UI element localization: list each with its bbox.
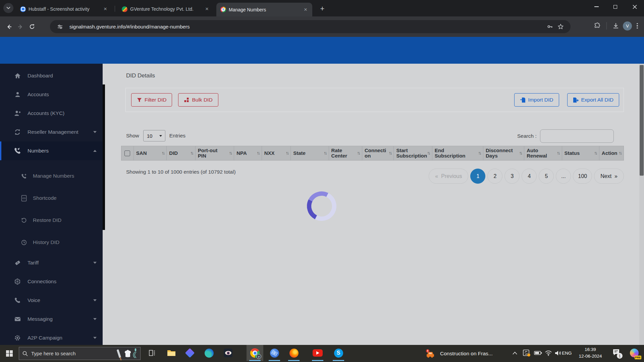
previous-page-button[interactable]: «Previous xyxy=(429,169,468,184)
taskbar-clock[interactable]: 16:39 12-06-2024 xyxy=(574,345,606,361)
language-indicator[interactable]: ENG xyxy=(559,345,574,361)
photo-app-icon[interactable] xyxy=(220,345,236,361)
sidebar-item-a2p-campaign[interactable]: A2P Campaign xyxy=(0,328,103,347)
taskbar-news-widget[interactable]: Construction on Fras... xyxy=(425,345,493,362)
column-header-nxx[interactable]: NXX↑↓ xyxy=(262,146,291,160)
column-header-npa[interactable]: NPA↑↓ xyxy=(234,146,262,160)
password-key-icon[interactable] xyxy=(544,21,555,32)
tab-search-button[interactable] xyxy=(3,3,13,13)
column-header-status[interactable]: Status↑↓ xyxy=(562,146,599,160)
export-all-did-button[interactable]: Export All DID xyxy=(567,93,619,107)
sort-icon[interactable]: ↑↓ xyxy=(357,151,360,156)
browser-menu-icon[interactable] xyxy=(633,20,641,32)
content-scrollbar-thumb[interactable] xyxy=(640,65,644,176)
sidebar-item-history-did[interactable]: History DID xyxy=(0,231,103,253)
sort-icon[interactable]: ↑↓ xyxy=(427,151,430,156)
tab-hubstaff[interactable]: Hubstaff - Screenshot activity × xyxy=(16,3,112,15)
page-button-4[interactable]: 4 xyxy=(522,169,537,184)
column-header-did[interactable]: DID↑↓ xyxy=(167,146,196,160)
import-did-button[interactable]: Import DID xyxy=(514,93,559,107)
tab-close-icon[interactable]: × xyxy=(302,6,309,13)
column-header-portout-pin[interactable]: Port-out PIN↑↓ xyxy=(196,146,234,160)
sort-icon[interactable]: ↑↓ xyxy=(324,151,326,156)
search-input[interactable] xyxy=(540,129,614,143)
movies-app-icon[interactable] xyxy=(181,345,198,361)
edge-icon[interactable] xyxy=(201,345,217,361)
column-header-state[interactable]: State↑↓ xyxy=(291,146,329,160)
column-header-start-subscription[interactable]: Start Subscription↑↓ xyxy=(394,146,432,160)
page-button-1[interactable]: 1 xyxy=(470,169,485,184)
sort-icon[interactable]: ↑↓ xyxy=(286,151,288,156)
sort-icon[interactable]: ↑↓ xyxy=(478,151,481,156)
sidebar-item-connections[interactable]: Connections xyxy=(0,272,103,291)
page-size-select[interactable]: 10 xyxy=(143,130,165,141)
sort-icon[interactable]: ↑↓ xyxy=(519,151,522,156)
page-button-2[interactable]: 2 xyxy=(487,169,502,184)
sidebar-item-shortcode[interactable]: Shortcode xyxy=(0,187,103,209)
window-maximize-button[interactable] xyxy=(606,0,624,13)
sidebar-item-numbers[interactable]: Numbers xyxy=(0,141,103,160)
tab-close-icon[interactable]: × xyxy=(204,6,210,12)
bulk-did-button[interactable]: Bulk DID xyxy=(178,93,218,107)
select-all-checkbox[interactable] xyxy=(124,150,130,156)
window-close-button[interactable] xyxy=(626,0,643,13)
sort-icon[interactable]: ↑↓ xyxy=(557,151,559,156)
sidebar-item-accounts[interactable]: Accounts xyxy=(0,85,103,104)
forward-button[interactable] xyxy=(15,21,26,33)
sidebar-item-restore-did[interactable]: Restore DID xyxy=(0,209,103,231)
taskbar-search-box[interactable]: Type here to search xyxy=(19,347,141,360)
start-button[interactable] xyxy=(0,345,19,362)
downloads-icon[interactable] xyxy=(610,20,622,32)
sidebar-item-messaging[interactable]: Messaging xyxy=(0,310,103,328)
column-header-action[interactable]: Action↑↓ xyxy=(599,146,624,160)
firefox-icon[interactable] xyxy=(285,345,302,361)
column-header-disconnect-days[interactable]: Disconnect Days↑↓ xyxy=(483,146,524,160)
filter-did-button[interactable]: Filter DID xyxy=(131,93,172,107)
tab-manage-numbers[interactable]: S Manage Numbers × xyxy=(216,3,312,16)
page-button-100[interactable]: 100 xyxy=(573,169,592,184)
sort-icon[interactable]: ↑↓ xyxy=(619,151,622,156)
sidebar-item-voice[interactable]: Voice xyxy=(0,291,103,310)
window-minimize-button[interactable] xyxy=(588,0,605,13)
sidebar-scrollbar[interactable] xyxy=(103,84,105,230)
sort-icon[interactable]: ↑↓ xyxy=(389,151,391,156)
tab-gventure[interactable]: GVenture Technology Pvt. Ltd. × xyxy=(118,3,214,15)
bookmark-star-icon[interactable] xyxy=(555,21,566,32)
column-header-san[interactable]: SAN↑↓ xyxy=(134,146,167,160)
sidebar-item-accounts-kyc[interactable]: Accounts (KYC) xyxy=(0,104,103,123)
page-button-3[interactable]: 3 xyxy=(504,169,520,184)
sort-icon[interactable]: ↑↓ xyxy=(229,151,232,156)
task-view-button[interactable] xyxy=(144,345,160,361)
notification-center-button[interactable]: 1 xyxy=(608,345,625,361)
next-page-button[interactable]: Next» xyxy=(594,169,624,184)
atom-app-icon[interactable] xyxy=(266,345,283,361)
copilot-button[interactable]: PRE xyxy=(626,345,643,361)
sidebar-item-manage-numbers[interactable]: Manage Numbers xyxy=(0,165,103,187)
new-tab-button[interactable]: + xyxy=(317,4,327,14)
page-button-5[interactable]: 5 xyxy=(539,169,554,184)
url-text[interactable]: signalmash.gventure.info/#/inbound/manag… xyxy=(69,24,544,29)
page-ellipsis[interactable]: ... xyxy=(556,169,571,184)
sort-icon[interactable]: ↑↓ xyxy=(257,151,259,156)
sidebar-item-tariff[interactable]: Tariff xyxy=(0,253,103,272)
sort-icon[interactable]: ↑↓ xyxy=(594,151,597,156)
column-header-connection[interactable]: Connection↑↓ xyxy=(362,146,394,160)
back-button[interactable] xyxy=(3,21,15,33)
column-header-end-subscription[interactable]: End Subscription↑↓ xyxy=(432,146,483,160)
extensions-icon[interactable] xyxy=(592,20,603,32)
tab-close-icon[interactable]: × xyxy=(102,6,109,12)
column-header-auto-renewal[interactable]: Auto Renewal↑↓ xyxy=(524,146,562,160)
youtube-icon[interactable] xyxy=(309,345,326,361)
content-scrollbar-track[interactable] xyxy=(639,64,644,345)
sidebar-item-reseller-management[interactable]: Reseller Management xyxy=(0,123,103,141)
sort-icon[interactable]: ↑↓ xyxy=(190,151,193,156)
site-info-icon[interactable] xyxy=(55,21,65,32)
sidebar-item-dashboard[interactable]: Dashboard xyxy=(0,66,103,85)
skype-icon[interactable]: S xyxy=(330,345,347,361)
reload-button[interactable] xyxy=(26,21,38,33)
file-explorer-icon[interactable] xyxy=(163,345,180,361)
sort-icon[interactable]: ↑↓ xyxy=(162,151,164,156)
address-bar[interactable]: signalmash.gventure.info/#/inbound/manag… xyxy=(50,20,571,33)
browser-profile-avatar[interactable]: V xyxy=(623,21,632,31)
column-header-rate-center[interactable]: Rate Center↑↓ xyxy=(329,146,362,160)
